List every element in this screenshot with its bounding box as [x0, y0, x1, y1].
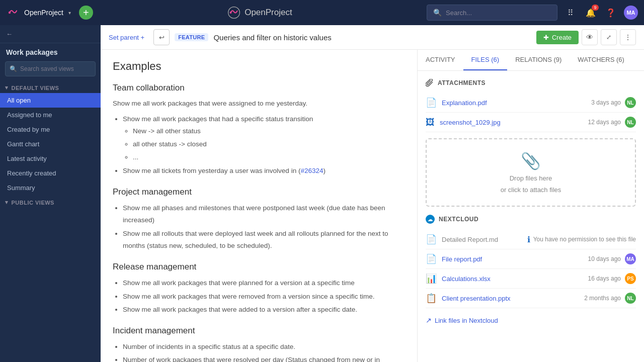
user-avatar[interactable]: MA [624, 6, 638, 20]
public-views-header[interactable]: ▾ PUBLIC VIEWS [0, 195, 101, 208]
file-name-client-presentation[interactable]: Client presentation.pptx [442, 295, 579, 302]
project-mgmt-list: Show me all phases and milestones that w… [113, 202, 405, 252]
main-panel: Examples Team collaboration Show me all … [101, 50, 418, 362]
file-meta-detailed-report: ℹ You have no permission to see this fil… [527, 235, 636, 244]
sidebar-item-created-by-me[interactable]: Created by me [0, 122, 101, 137]
help-button[interactable]: ❓ [604, 6, 618, 20]
svg-point-3 [230, 12, 232, 14]
file-name-file-report[interactable]: File report.pdf [442, 255, 583, 263]
chevron-right-icon: ▾ [5, 199, 9, 206]
notifications-button[interactable]: 🔔 9 [584, 6, 598, 20]
link-nextcloud-button[interactable]: ↗ Link files in Nextcloud [426, 314, 636, 326]
ticket-link[interactable]: #26324 [300, 167, 323, 174]
info-icon: ℹ [527, 235, 530, 244]
tab-activity[interactable]: ACTIVITY [418, 50, 463, 70]
sidebar-item-latest-activity[interactable]: Latest activity [0, 151, 101, 166]
file-meta-client-presentation: 2 months ago NL [584, 293, 636, 304]
grid-icon-button[interactable]: ⠿ [564, 6, 578, 20]
more-options-button[interactable]: ⋮ [620, 29, 636, 45]
subsection-incident-mgmt: Incident management [113, 326, 405, 336]
list-item: New -> all other status [133, 125, 405, 137]
search-icon: 🔍 [10, 65, 17, 72]
watch-button[interactable]: 👁 [582, 29, 598, 45]
new-item-button[interactable]: + [79, 6, 93, 20]
sidebar-title: Work packages [0, 43, 101, 59]
create-button[interactable]: ✚ Create [536, 31, 579, 44]
file-name-calculations[interactable]: Calculations.xlsx [442, 275, 583, 283]
main-section-title: Examples [113, 60, 405, 73]
plus-icon: ✚ [543, 34, 549, 41]
expand-icon: ⤢ [606, 34, 611, 41]
feature-badge: FEATURE [175, 33, 208, 41]
file-time-file-report: 10 days ago [588, 255, 621, 262]
list-item: Number of work packages that were resolv… [123, 354, 405, 362]
tab-bar: ACTIVITY FILES (6) RELATIONS (9) WATCHER… [418, 50, 644, 71]
sidebar-item-gantt-chart[interactable]: Gantt chart [0, 137, 101, 151]
file-item-client-presentation: 📋 Client presentation.pptx 2 months ago … [426, 289, 636, 308]
search-icon: 🔍 [433, 9, 442, 17]
file-name-explanation[interactable]: Explanation.pdf [442, 99, 586, 107]
file-item-explanation: 📄 Explanation.pdf 3 days ago NL [426, 93, 636, 113]
toolbar: Set parent + ↩ FEATURE Queries and filte… [101, 25, 644, 50]
tab-relations[interactable]: RELATIONS (9) [507, 50, 570, 70]
list-item: Show me all phases and milestones that w… [123, 202, 405, 227]
right-panel-body: ATTACHMENTS 📄 Explanation.pdf 3 days ago… [418, 71, 644, 362]
nextcloud-label: NEXTCLOUD [439, 216, 478, 223]
eye-icon: 👁 [586, 33, 593, 41]
right-panel: ACTIVITY FILES (6) RELATIONS (9) WATCHER… [418, 50, 644, 362]
default-views-header[interactable]: ▾ DEFAULT VIEWS [0, 80, 101, 93]
paperclip-large-icon: 📎 [521, 151, 541, 170]
file-time-client-presentation: 2 months ago [584, 295, 621, 302]
file-avatar-screenshot: NL [625, 117, 636, 128]
fullscreen-button[interactable]: ⤢ [601, 29, 617, 45]
file-name-screenshot[interactable]: screenshot_1029.jpg [440, 119, 583, 126]
sidebar-item-summary[interactable]: Summary [0, 180, 101, 195]
sidebar-search-box[interactable]: 🔍 [5, 61, 96, 76]
tab-watchers[interactable]: WATCHERS (6) [570, 50, 632, 70]
sidebar-search-input[interactable] [20, 65, 96, 72]
sidebar-item-all-open[interactable]: All open [0, 93, 101, 108]
top-navigation: OpenProject ▾ + OpenProject 🔍 ⠿ 🔔 9 ❓ MA [0, 0, 644, 25]
brand-name: OpenProject [24, 9, 63, 17]
image-icon: 🖼 [426, 117, 435, 128]
list-item: ... [133, 151, 405, 163]
back-arrow-icon: ← [6, 30, 13, 38]
external-link-icon: ↗ [426, 316, 432, 324]
set-parent-link[interactable]: Set parent + [109, 34, 144, 41]
subsection-release-mgmt: Release management [113, 262, 405, 272]
file-avatar-explanation: NL [625, 97, 636, 108]
sidebar-item-recently-created[interactable]: Recently created [0, 166, 101, 180]
gantt-chart-label: Gantt chart [7, 140, 39, 148]
brand-logo[interactable]: OpenProject ▾ [6, 6, 71, 20]
default-views-label: DEFAULT VIEWS [12, 85, 59, 91]
nextcloud-header: ☁ NEXTCLOUD [426, 215, 636, 224]
set-parent-label: Set parent + [109, 34, 144, 41]
file-drop-zone[interactable]: 📎 Drop files here or click to attach fil… [426, 138, 636, 207]
file-name-detailed-report[interactable]: Detailed Report.md [442, 236, 522, 243]
sidebar-back-button[interactable]: ← [0, 25, 101, 43]
drop-line1: Drop files here [510, 174, 552, 182]
file-avatar-client-presentation: NL [625, 293, 636, 304]
chevron-down-icon: ▾ [5, 84, 9, 91]
summary-label: Summary [7, 184, 35, 192]
app-logo-text: OpenProject [227, 6, 292, 19]
back-button[interactable]: ↩ [153, 29, 170, 45]
sidebar: ← Work packages 🔍 ▾ DEFAULT VIEWS All op… [0, 25, 101, 362]
assigned-to-me-label: Assigned to me [7, 111, 52, 119]
list-item: Show me all work packages that were adde… [123, 304, 405, 316]
two-panel: Examples Team collaboration Show me all … [101, 50, 644, 362]
sidebar-item-assigned-to-me[interactable]: Assigned to me [0, 108, 101, 122]
search-input[interactable] [446, 9, 551, 17]
file-item-detailed-report: 📄 Detailed Report.md ℹ You have no permi… [426, 230, 636, 249]
pptx-icon: 📋 [426, 293, 437, 304]
file-meta-file-report: 10 days ago MA [588, 253, 636, 264]
main-layout: ← Work packages 🔍 ▾ DEFAULT VIEWS All op… [0, 25, 644, 362]
permission-text: You have no permission to see this file [533, 236, 636, 243]
list-item: all other status -> closed [133, 138, 405, 150]
tab-files[interactable]: FILES (6) [463, 50, 508, 70]
global-search[interactable]: 🔍 [427, 5, 557, 21]
recently-created-label: Recently created [7, 169, 56, 177]
nav-center: OpenProject [99, 6, 421, 19]
file-avatar-file-report: MA [625, 253, 636, 264]
list-item: Show me all work packages that were plan… [123, 277, 405, 289]
